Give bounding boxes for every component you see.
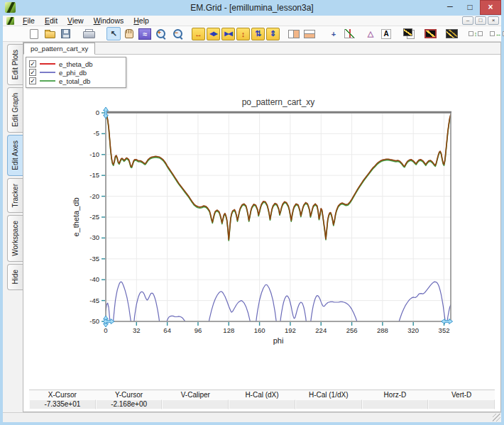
distribute-horizontal-button[interactable]: ↔ bbox=[491, 27, 504, 40]
status-value bbox=[295, 399, 362, 409]
close-button[interactable]: × bbox=[480, 0, 501, 15]
legend-item-e_theta_db: ✓e_theta_db bbox=[29, 60, 123, 68]
sidebar-tab-workspace[interactable]: Workspace bbox=[7, 215, 23, 262]
chart-svg[interactable]: 03264961281601922242562883203520-5-10-15… bbox=[70, 96, 475, 345]
plot-page-icon bbox=[403, 28, 415, 39]
status-strip bbox=[3, 412, 501, 422]
status-value bbox=[229, 399, 295, 409]
split-columns-button[interactable] bbox=[287, 27, 301, 40]
sidebar-tab-tracker-label: Tracker bbox=[11, 184, 19, 208]
select-tool-button[interactable]: ↖ bbox=[106, 27, 121, 40]
zoom-in-icon: + bbox=[154, 28, 167, 40]
legend-line-e_phi_db bbox=[40, 72, 55, 73]
printer-icon bbox=[83, 29, 94, 38]
hand-icon bbox=[125, 29, 133, 38]
sidebar-tab-hide-label: Hide bbox=[11, 270, 19, 285]
zoom-out-button[interactable]: − bbox=[170, 27, 185, 40]
sidebar-tabs: Edit PlotsEdit GraphEdit AxesTrackerWork… bbox=[7, 44, 23, 290]
sidebar-tab-tracker[interactable]: Tracker bbox=[7, 178, 23, 214]
distribute-vertical-button[interactable]: ↕ bbox=[469, 27, 483, 40]
folder-icon bbox=[45, 31, 55, 38]
expand-x-button[interactable]: ↔ bbox=[192, 28, 205, 40]
x-tick-label: 256 bbox=[346, 326, 358, 334]
status-value bbox=[362, 399, 429, 409]
legend-checkbox-e_total_db[interactable]: ✓ bbox=[29, 77, 36, 84]
status-value: -7.335e+01 bbox=[29, 399, 96, 409]
menu-file[interactable]: File bbox=[18, 16, 40, 26]
menu-edit[interactable]: Edit bbox=[40, 16, 62, 26]
y-tick-label: -20 bbox=[89, 192, 99, 200]
sidebar-tab-hide[interactable]: Hide bbox=[7, 264, 23, 290]
fit-x-button[interactable]: ▶◀ bbox=[221, 28, 235, 40]
compress-y-button[interactable]: ⇅ bbox=[251, 28, 265, 40]
status-header: V-Caliper bbox=[162, 390, 229, 399]
menu-windows[interactable]: Windows bbox=[89, 16, 129, 26]
x-tick-label: 128 bbox=[223, 326, 234, 334]
sidebar-tab-edit-plots[interactable]: Edit Plots bbox=[7, 44, 23, 85]
delta-marker-button[interactable]: △ bbox=[363, 27, 378, 40]
compress-x-button[interactable]: ◀▶ bbox=[207, 28, 220, 40]
open-file-button[interactable] bbox=[43, 27, 57, 40]
y-tick-label: -15 bbox=[89, 171, 99, 179]
y-tick-label: -45 bbox=[89, 297, 99, 304]
new-plot-window-button[interactable] bbox=[423, 27, 437, 40]
document-tab-bar: po_pattern_cart_xy bbox=[23, 43, 500, 55]
zoom-in-button[interactable]: + bbox=[153, 27, 168, 40]
sidebar-tab-edit-graph-label: Edit Graph bbox=[11, 93, 19, 127]
x-tick-label: 64 bbox=[163, 326, 171, 334]
mdi-close-button[interactable]: × bbox=[488, 16, 499, 25]
app-window: EM.Grid - [emillumina_lesson3a] – □ × Fi… bbox=[0, 0, 504, 425]
resize-grip[interactable] bbox=[493, 414, 500, 421]
minimize-button[interactable]: – bbox=[440, 0, 460, 14]
menu-help[interactable]: Help bbox=[128, 16, 154, 26]
document-logo-icon bbox=[6, 17, 14, 25]
maximize-button[interactable]: □ bbox=[460, 0, 480, 14]
text-icon: A bbox=[381, 29, 391, 39]
expand-y-button[interactable]: ↕ bbox=[236, 28, 250, 40]
zoom-out-icon: − bbox=[171, 28, 184, 40]
document-tab-label: po_pattern_cart_xy bbox=[31, 45, 88, 53]
caliper-button[interactable] bbox=[342, 27, 356, 40]
legend-line-e_theta_db bbox=[40, 63, 55, 65]
panel-h-icon bbox=[304, 30, 315, 38]
print-button[interactable] bbox=[81, 27, 95, 40]
document-tab[interactable]: po_pattern_cart_xy bbox=[23, 43, 95, 55]
x-tick-label: 192 bbox=[285, 326, 296, 334]
axis-icon: ⇅ bbox=[255, 29, 261, 38]
add-marker-button[interactable]: + bbox=[327, 27, 341, 40]
menu-items: FileEditViewWindowsHelp bbox=[18, 16, 154, 26]
sidebar-tab-edit-axes[interactable]: Edit Axes bbox=[7, 135, 23, 176]
copy-plot-button[interactable] bbox=[402, 27, 416, 40]
y-tick-label: -35 bbox=[89, 255, 99, 263]
plot-red-icon bbox=[424, 29, 437, 38]
overlay-plot-button[interactable] bbox=[444, 27, 459, 40]
distribute-icon: ↕ bbox=[469, 31, 483, 37]
y-tick-label: -25 bbox=[89, 213, 99, 221]
axis-icon: ↕ bbox=[241, 30, 246, 38]
mdi-minimize-button[interactable]: – bbox=[462, 16, 473, 25]
y-tick-label: 0 bbox=[96, 109, 99, 116]
sidebar-tab-edit-graph[interactable]: Edit Graph bbox=[7, 87, 23, 133]
save-button[interactable] bbox=[58, 27, 72, 40]
chart-title: po_pattern_cart_xy bbox=[242, 97, 315, 107]
x-tick-label: 160 bbox=[254, 326, 265, 334]
pan-tool-button[interactable] bbox=[122, 27, 136, 40]
trace-tool-button[interactable]: ≈ bbox=[138, 27, 152, 40]
mdi-restore-button[interactable]: □ bbox=[475, 16, 486, 25]
legend-checkbox-e_theta_db[interactable]: ✓ bbox=[29, 60, 36, 67]
toolbar: ↖≈+−↔◀▶▶◀↕⇅⇕+△A↕↔Layout▾ bbox=[3, 26, 501, 42]
new-file-button[interactable] bbox=[27, 27, 41, 40]
workspace: Edit PlotsEdit GraphEdit AxesTrackerWork… bbox=[3, 42, 501, 412]
text-annotation-button[interactable]: A bbox=[379, 27, 393, 40]
x-tick-label: 32 bbox=[133, 326, 141, 334]
axis-icon: ▶◀ bbox=[224, 31, 231, 37]
legend-checkbox-e_phi_db[interactable]: ✓ bbox=[29, 69, 36, 76]
plot-dark-icon bbox=[446, 29, 458, 38]
menu-view[interactable]: View bbox=[62, 16, 89, 26]
split-rows-button[interactable] bbox=[302, 27, 317, 40]
status-header: X-Cursor bbox=[29, 390, 96, 399]
legend-item-e_total_db: ✓e_total_db bbox=[29, 77, 123, 85]
fit-y-button[interactable]: ⇕ bbox=[266, 28, 280, 40]
x-tick-label: 96 bbox=[195, 326, 202, 334]
plot-canvas: po_pattern_cart_xy ✓e_theta_db✓e_phi_db✓… bbox=[23, 42, 501, 412]
